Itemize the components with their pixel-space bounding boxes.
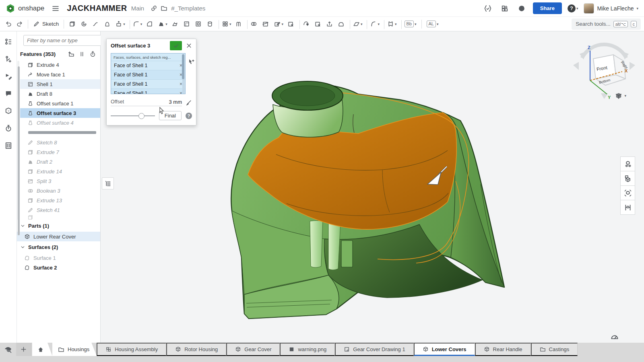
feature-list-toggle-button[interactable] <box>102 177 114 189</box>
feature-list-scrollbar[interactable] <box>17 61 19 220</box>
scrollbar-thumb[interactable] <box>18 66 20 235</box>
dialog-help-icon[interactable]: ? <box>186 113 192 119</box>
feature-item[interactable]: Sketch 8 <box>20 138 100 147</box>
accept-button[interactable] <box>170 41 182 50</box>
mirror-button[interactable] <box>233 19 245 29</box>
sweep-button[interactable] <box>90 19 102 29</box>
split-button[interactable] <box>260 19 272 29</box>
text-style-button[interactable]: Bb ▾ <box>402 19 419 29</box>
loft-button[interactable] <box>102 19 114 29</box>
view-cube[interactable]: Z X Y Front Right Bottom <box>570 33 638 101</box>
offset-value[interactable]: 3 mm <box>169 99 182 105</box>
section-view-button[interactable] <box>620 171 635 186</box>
history-icon[interactable] <box>3 123 14 134</box>
search-tools-button[interactable]: Search tools... alt/⌥ c <box>572 19 641 30</box>
rib-button[interactable] <box>169 19 181 29</box>
display-options-button[interactable] <box>620 156 635 171</box>
graphics-viewport[interactable]: Offset surface 3 Faces, surfaces, and sk… <box>101 31 644 343</box>
document-tab[interactable]: Lower Covers <box>414 343 475 356</box>
curve-button[interactable]: ▾ <box>368 19 382 29</box>
feature-item[interactable]: Draft 2 <box>20 157 100 167</box>
hole-button[interactable] <box>193 19 204 29</box>
selected-face-row[interactable]: Face of Shell 1 × <box>111 61 185 70</box>
document-tab[interactable]: Rotor Housing <box>166 343 226 356</box>
share-button[interactable]: Share <box>533 2 562 14</box>
boolean-button[interactable] <box>248 19 260 29</box>
main-menu-button[interactable] <box>50 3 61 14</box>
feature-item[interactable]: Offset surface 3 <box>20 108 100 118</box>
comments-icon[interactable] <box>3 88 14 99</box>
surfaces-section-header[interactable]: Surfaces (2) <box>17 241 100 253</box>
modify-fillet-button[interactable]: ▾ <box>272 19 285 29</box>
community-icon[interactable] <box>516 3 527 14</box>
folder-crumb-tab[interactable]: Housings <box>52 343 97 356</box>
export-button[interactable] <box>324 19 336 29</box>
redo-button[interactable] <box>14 19 25 29</box>
import-button[interactable] <box>336 19 347 29</box>
delete-part-button[interactable] <box>285 19 297 29</box>
workspace-name[interactable]: Main <box>131 5 144 12</box>
create-version-icon[interactable] <box>3 53 14 65</box>
new-tab-button[interactable] <box>16 343 31 356</box>
exploded-view-button[interactable] <box>620 200 635 215</box>
add-folder-icon[interactable] <box>68 51 74 58</box>
search-tabs-button[interactable] <box>0 343 16 356</box>
direct-edit-button[interactable] <box>301 19 312 29</box>
feature-item[interactable]: Shell 1 <box>20 79 100 89</box>
document-tab[interactable]: Gear Cover <box>226 343 280 356</box>
filter-input[interactable] <box>23 35 102 46</box>
feature-item[interactable]: Extrude 14 <box>20 167 100 176</box>
feature-item[interactable] <box>20 215 100 220</box>
remove-face-icon[interactable]: × <box>180 81 182 87</box>
feature-item[interactable]: Offset surface 1 <box>20 99 100 108</box>
surface-item[interactable]: Surface 1 <box>17 253 100 263</box>
rollback-bar[interactable] <box>28 131 96 134</box>
performance-gauge-icon[interactable] <box>610 333 619 341</box>
named-views-button[interactable] <box>620 185 635 200</box>
undo-button[interactable] <box>3 19 14 29</box>
remove-face-icon[interactable]: × <box>180 90 182 94</box>
folder-breadcrumb[interactable]: #_Templates <box>159 3 207 13</box>
feature-item[interactable]: Extrude 4 <box>20 60 100 70</box>
view-options-button[interactable]: ▾ <box>615 92 626 100</box>
measure-arrow-icon[interactable] <box>185 99 192 106</box>
publish-icon[interactable] <box>3 71 14 82</box>
app-store-icon[interactable] <box>499 3 510 14</box>
feature-item[interactable]: Split 3 <box>20 176 100 186</box>
suppress-pause-icon[interactable] <box>78 51 85 58</box>
cancel-button[interactable] <box>184 41 194 50</box>
fillet-button[interactable]: ▾ <box>131 19 144 29</box>
extrude-button[interactable] <box>67 19 78 29</box>
cylinder-button[interactable] <box>204 19 216 29</box>
selected-face-row[interactable]: Face of Shell 1 × <box>111 70 185 79</box>
thicken-button[interactable]: ▾ <box>114 19 127 29</box>
document-tab[interactable]: Rear Handle <box>475 343 531 356</box>
document-tab[interactable]: Housing Assembly <box>97 343 166 356</box>
surface-button[interactable]: ▾ <box>385 19 399 29</box>
versions-shortcut-icon[interactable] <box>482 3 493 14</box>
part-item[interactable]: Lower Rear Cover <box>17 232 100 241</box>
slider-track[interactable] <box>111 115 155 116</box>
draft-button[interactable]: ▾ <box>156 19 169 29</box>
offset-slider[interactable] <box>111 113 155 119</box>
feature-item[interactable]: Extrude 13 <box>20 195 100 205</box>
feature-item[interactable]: Move face 1 <box>20 70 100 79</box>
document-outline-icon[interactable] <box>3 36 14 47</box>
dialog-list-scrollbar[interactable] <box>182 54 185 94</box>
custom-feature-button[interactable]: AL ▾ <box>425 19 441 29</box>
revolve-button[interactable] <box>78 19 90 29</box>
document-tab[interactable]: Castings <box>531 343 578 356</box>
sketch-button[interactable]: Sketch <box>31 19 61 29</box>
feature-item[interactable]: Draft 8 <box>20 89 100 99</box>
parts-section-header[interactable]: Parts (1) <box>17 220 100 232</box>
document-tab[interactable]: Gear Cover Drawing 1 <box>335 343 413 356</box>
delete-face-button[interactable] <box>312 19 324 29</box>
plane-button[interactable]: ▾ <box>351 19 365 29</box>
learning-center-icon[interactable] <box>3 105 14 117</box>
chamfer-button[interactable] <box>144 19 156 29</box>
shell-button[interactable] <box>181 19 193 29</box>
share-link-icon[interactable] <box>149 3 159 13</box>
feature-item[interactable]: Offset surface 4 <box>20 118 100 128</box>
document-tab[interactable]: warning.png <box>280 343 335 356</box>
user-menu-button[interactable]: Mike LaFleche ▾ <box>584 3 638 14</box>
